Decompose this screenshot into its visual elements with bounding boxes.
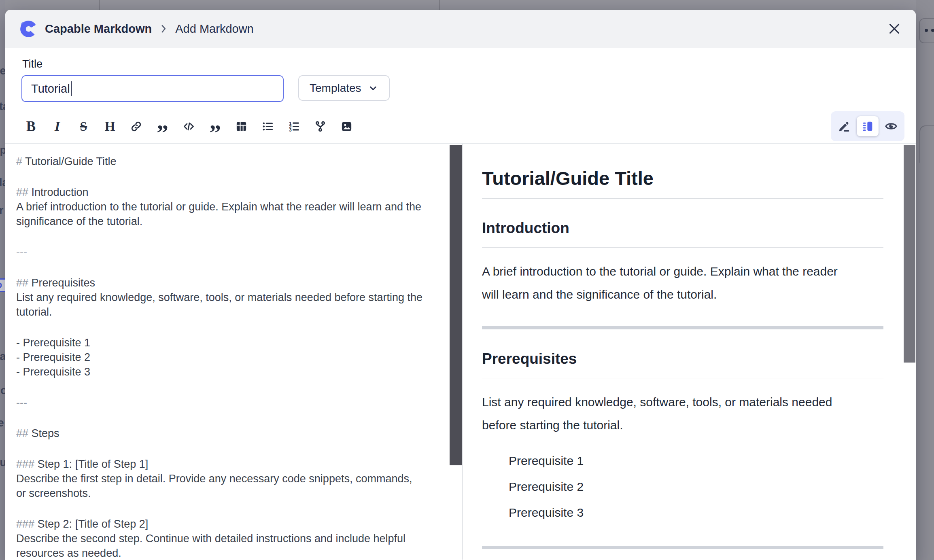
preview-heading-2: Prerequisites	[482, 350, 883, 378]
italic-button[interactable]: I	[49, 118, 66, 135]
image-button[interactable]	[338, 118, 355, 135]
background-seam	[439, 0, 440, 10]
editor-line: tutorial.	[16, 305, 446, 319]
background-text-fragment: Sta	[0, 100, 5, 113]
heading-button[interactable]: H	[101, 118, 119, 135]
editor-line: Describe the second step. Continue with …	[16, 531, 446, 546]
editor-line: # Tutorial/Guide Title	[16, 154, 446, 169]
link-button[interactable]	[127, 118, 145, 135]
editor-line: ## Introduction	[16, 185, 446, 199]
eye-icon	[885, 120, 898, 133]
markdown-syntax-mark: ###	[16, 518, 38, 530]
editor-line: or screenshots.	[16, 486, 446, 501]
split-view-icon	[861, 120, 874, 133]
table-button[interactable]	[233, 118, 250, 135]
blockquote-button[interactable]: ”	[206, 118, 224, 135]
modal-header: Capable Markdown Add Markdown	[5, 10, 916, 48]
code-button[interactable]	[180, 118, 197, 135]
quote-icon: ”	[157, 121, 168, 138]
preview-list-item: Prerequisite 3	[509, 500, 883, 526]
templates-dropdown-button[interactable]: Templates	[298, 75, 390, 101]
bold-icon: B	[26, 119, 36, 134]
background-text-fragment: D	[0, 278, 5, 292]
italic-icon: I	[55, 119, 60, 133]
background-right-strip	[916, 0, 934, 560]
markdown-preview-content: Tutorial/Guide TitleIntroductionA brief …	[482, 167, 883, 549]
editor-blank-line	[16, 229, 446, 245]
editor-blank-line	[16, 441, 446, 457]
title-label: Title	[22, 58, 900, 70]
editor-split-view: # Tutorial/Guide Title## IntroductionA b…	[5, 144, 916, 560]
view-mode-edit-button[interactable]	[833, 116, 855, 136]
editor-line: List any required knowledge, software, t…	[16, 290, 446, 305]
editor-line: ## Prerequisites	[16, 276, 446, 290]
text-caret	[71, 81, 72, 96]
title-form: Title Tutorial Templates	[5, 48, 916, 102]
close-button[interactable]	[885, 19, 904, 38]
ellipsis-dot	[931, 29, 934, 32]
background-text-fragment: Da	[0, 350, 5, 363]
view-mode-split-button[interactable]	[857, 116, 879, 136]
markdown-editor-pane[interactable]: # Tutorial/Guide Title## IntroductionA b…	[5, 144, 462, 560]
preview-list: Prerequisite 1Prerequisite 2Prerequisite…	[482, 448, 883, 526]
view-mode-switcher	[831, 111, 904, 141]
blockquote-icon: ”	[209, 121, 221, 138]
link-icon	[130, 120, 142, 133]
table-icon	[235, 120, 248, 133]
background-text-fragment: Te	[0, 417, 4, 429]
background-text-fragment: Pr	[0, 204, 4, 217]
editor-line: - Prerequisite 1	[16, 335, 446, 350]
markdown-syntax-mark: ##	[16, 277, 32, 289]
title-row: Tutorial Templates	[21, 75, 900, 102]
editor-blank-line	[16, 169, 446, 185]
background-left-strip: oReStaApPlaPreSTDNilDaGoTeCu	[0, 0, 5, 560]
background-text-fragment: Go	[0, 384, 5, 397]
editor-line: - Prerequisite 2	[16, 350, 446, 365]
markdown-preview-pane: Tutorial/Guide TitleIntroductionA brief …	[462, 144, 916, 560]
chevron-right-icon	[157, 23, 170, 35]
markdown-syntax-mark: ---	[16, 246, 27, 258]
editor-line: ### Step 1: [Title of Step 1]	[16, 457, 446, 471]
ordered-list-icon: 123	[288, 120, 300, 133]
branch-icon	[314, 120, 327, 133]
background-overlay-top	[0, 0, 934, 10]
bold-button[interactable]: B	[22, 118, 40, 135]
view-mode-preview-button[interactable]	[880, 116, 902, 136]
editor-blank-line	[16, 259, 446, 276]
strikethrough-button[interactable]: S	[75, 118, 92, 135]
editor-line: resources as needed.	[16, 546, 446, 560]
image-icon	[340, 120, 353, 133]
breadcrumb-app-name[interactable]: Capable Markdown	[45, 22, 152, 36]
editor-blank-line	[16, 410, 446, 426]
editor-blank-line	[16, 379, 446, 395]
editor-scrollbar-thumb[interactable]	[450, 145, 462, 465]
background-text-fragment: Ap	[0, 144, 5, 157]
background-text-fragment: Re	[0, 65, 5, 77]
preview-scrollbar-thumb[interactable]	[904, 145, 915, 363]
pencil-icon	[838, 120, 851, 133]
svg-text:3: 3	[289, 127, 292, 132]
ordered-list-button[interactable]: 123	[285, 118, 303, 135]
preview-heading-1: Tutorial/Guide Title	[482, 167, 883, 199]
editor-line: - Prerequisite 3	[16, 365, 446, 379]
bullet-list-button[interactable]	[259, 118, 276, 135]
quote-button[interactable]: ”	[154, 118, 171, 135]
editor-line: ### Step 2: [Title of Step 2]	[16, 517, 446, 531]
close-icon	[887, 21, 902, 36]
strikethrough-icon: S	[80, 120, 87, 133]
markdown-editor-content: # Tutorial/Guide Title## IntroductionA b…	[16, 154, 446, 560]
editor-blank-line	[16, 319, 446, 335]
editor-line: significance of the tutorial.	[16, 214, 446, 229]
ellipsis-icon[interactable]	[919, 18, 934, 43]
branch-button[interactable]	[312, 118, 329, 135]
preview-list-item: Prerequisite 1	[509, 448, 883, 474]
title-input-value: Tutorial	[31, 82, 70, 95]
background-text-fragment: Cu	[0, 456, 5, 469]
markdown-syntax-mark: ---	[16, 397, 27, 409]
title-input[interactable]: Tutorial	[21, 75, 284, 102]
background-seam	[99, 0, 100, 10]
format-toolbar: BISH””123	[5, 109, 916, 144]
breadcrumb-page-title: Add Markdown	[175, 22, 253, 36]
markdown-syntax-mark: ##	[16, 427, 32, 439]
preview-paragraph: List any required knowledge, software, t…	[482, 390, 883, 437]
